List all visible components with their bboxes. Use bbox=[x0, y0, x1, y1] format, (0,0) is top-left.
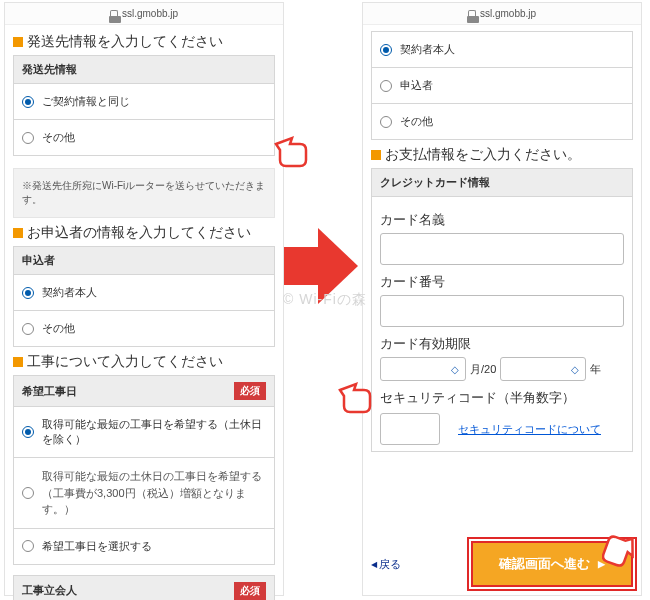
address-bar: ssl.gmobb.jp bbox=[5, 3, 283, 25]
expiry-year-select[interactable]: ◇ bbox=[500, 357, 586, 381]
lock-icon bbox=[110, 10, 118, 18]
shipping-note: ※発送先住所宛にWi-Fiルーターを送らせていただきます。 bbox=[13, 168, 275, 218]
payment-section-title: お支払情報をご入力ください。 bbox=[371, 146, 633, 164]
left-screenshot: ssl.gmobb.jp 発送先情報を入力してください 発送先情報 ご契約情報と… bbox=[4, 2, 284, 596]
year-label: 年 bbox=[590, 362, 601, 377]
card-name-input[interactable] bbox=[380, 233, 624, 265]
url-text: ssl.gmobb.jp bbox=[122, 8, 178, 19]
construction-date-header: 希望工事日必須 bbox=[13, 375, 275, 407]
applicant-group-header: 申込者 bbox=[13, 246, 275, 275]
radio-icon bbox=[380, 80, 392, 92]
big-arrow-icon bbox=[284, 228, 360, 304]
shipping-option-same[interactable]: ご契約情報と同じ bbox=[13, 84, 275, 120]
radio-icon bbox=[22, 540, 34, 552]
url-text: ssl.gmobb.jp bbox=[480, 8, 536, 19]
construction-section-title: 工事について入力してください bbox=[13, 353, 275, 371]
shipping-section-title: 発送先情報を入力してください bbox=[13, 33, 275, 51]
expiry-separator: 月/20 bbox=[470, 362, 496, 377]
attendant-option-applicant[interactable]: 申込者 bbox=[372, 68, 632, 104]
shipping-group-header: 発送先情報 bbox=[13, 55, 275, 84]
security-code-input[interactable] bbox=[380, 413, 440, 445]
security-code-help-link[interactable]: セキュリティコードについて bbox=[458, 422, 601, 437]
radio-icon bbox=[22, 287, 34, 299]
radio-icon bbox=[22, 96, 34, 108]
radio-icon bbox=[380, 44, 392, 56]
right-screenshot: ssl.gmobb.jp 契約者本人 申込者 その他 お支払情報をご入力ください… bbox=[362, 2, 642, 596]
radio-icon bbox=[22, 132, 34, 144]
expiry-month-select[interactable]: ◇ bbox=[380, 357, 466, 381]
address-bar: ssl.gmobb.jp bbox=[363, 3, 641, 25]
radio-icon bbox=[380, 116, 392, 128]
square-bullet-icon bbox=[371, 150, 381, 160]
lock-icon bbox=[468, 10, 476, 18]
square-bullet-icon bbox=[13, 37, 23, 47]
required-badge: 必須 bbox=[234, 582, 266, 600]
construction-option-earliest[interactable]: 取得可能な最短の工事日を希望する（土休日を除く） bbox=[13, 407, 275, 458]
updown-icon: ◇ bbox=[571, 364, 579, 375]
credit-card-header: クレジットカード情報 bbox=[371, 168, 633, 197]
radio-icon bbox=[22, 323, 34, 335]
attendant-option-other[interactable]: その他 bbox=[372, 104, 632, 140]
security-code-label: セキュリティコード（半角数字） bbox=[380, 389, 624, 407]
card-expiry-label: カード有効期限 bbox=[380, 335, 624, 353]
radio-icon bbox=[22, 487, 34, 499]
construction-option-holiday[interactable]: 取得可能な最短の土休日の工事日を希望する（工事費が3,300円（税込）増額となり… bbox=[13, 458, 275, 529]
applicant-option-contractor[interactable]: 契約者本人 bbox=[13, 275, 275, 311]
card-number-input[interactable] bbox=[380, 295, 624, 327]
square-bullet-icon bbox=[13, 228, 23, 238]
card-number-label: カード番号 bbox=[380, 273, 624, 291]
shipping-option-other[interactable]: その他 bbox=[13, 120, 275, 156]
required-badge: 必須 bbox=[234, 382, 266, 400]
attendant-option-contractor[interactable]: 契約者本人 bbox=[372, 32, 632, 68]
confirm-button[interactable]: 確認画面へ進む bbox=[471, 541, 633, 587]
applicant-option-other[interactable]: その他 bbox=[13, 311, 275, 347]
square-bullet-icon bbox=[13, 357, 23, 367]
radio-icon bbox=[22, 426, 34, 438]
card-name-label: カード名義 bbox=[380, 211, 624, 229]
back-button[interactable]: 戻る bbox=[371, 557, 401, 572]
updown-icon: ◇ bbox=[451, 364, 459, 375]
attendant-header: 工事立会人必須 bbox=[13, 575, 275, 601]
applicant-section-title: お申込者の情報を入力してください bbox=[13, 224, 275, 242]
construction-option-select[interactable]: 希望工事日を選択する bbox=[13, 529, 275, 565]
